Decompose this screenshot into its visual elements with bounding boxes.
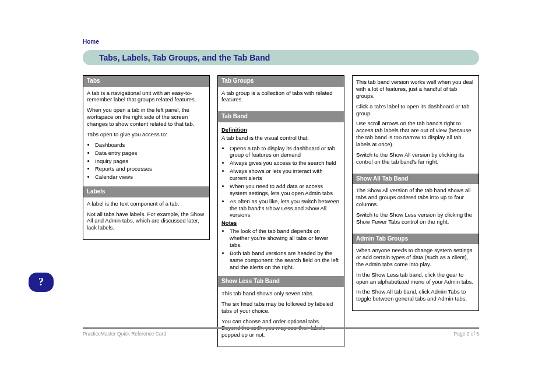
footer-divider <box>83 327 479 329</box>
text: Use scroll arrows on the tab band's righ… <box>356 120 475 148</box>
text: A tab group is a collection of tabs with… <box>221 90 340 104</box>
list-item: As often as you like, lets you switch be… <box>230 198 340 219</box>
text: When you open a tab in the left panel, t… <box>87 107 206 128</box>
text: Not all tabs have labels. For example, t… <box>87 211 206 232</box>
column-1: Tabs A tab is a navigational unit with a… <box>83 75 210 240</box>
text: The six fixed tabs may be followed by la… <box>221 301 340 315</box>
section-body-tab-band: Definition A tab band is the visual cont… <box>218 122 344 277</box>
footer-right: Page 2 of 5 <box>454 331 479 337</box>
list: Dashboards Data entry pages Inquiry page… <box>87 142 206 181</box>
section-head-show-less: Show Less Tab Band <box>218 276 344 287</box>
text: Tabs open to give you access to: <box>87 131 206 138</box>
section-body-show-less: This tab band shows only seven tabs. The… <box>218 287 344 347</box>
list-item: Dashboards <box>95 142 206 149</box>
list-item: Inquiry pages <box>95 158 206 165</box>
breadcrumb: Home <box>83 38 99 45</box>
column-2: Tab Groups A tab group is a collection o… <box>217 75 344 347</box>
section-head-tab-band: Tab Band <box>218 111 344 122</box>
text: This tab band version works well when yo… <box>356 79 475 100</box>
help-badge-icon: ? <box>29 273 54 292</box>
text: Switch to the Show All version by clicki… <box>356 151 475 165</box>
text: A tab is a navigational unit with an eas… <box>87 90 206 104</box>
text: This tab band shows only seven tabs. <box>221 290 340 297</box>
footer: PracticeMaster Quick Reference Card Page… <box>83 331 479 337</box>
column-3: This tab band version works well when yo… <box>352 75 479 311</box>
section-body-tab-groups: A tab group is a collection of tabs with… <box>218 87 344 112</box>
list-item: Data entry pages <box>95 150 206 157</box>
section-head-tabs: Tabs <box>83 76 209 87</box>
text: When anyone needs to change system setti… <box>356 247 475 268</box>
subhead-notes: Notes <box>221 220 340 227</box>
list-item: Both tab band versions are headed by the… <box>230 250 340 271</box>
section-body-show-all: The Show All version of the tab band sho… <box>353 184 478 233</box>
columns: Tabs A tab is a navigational unit with a… <box>83 75 479 347</box>
list-item: Reports and processes <box>95 165 206 172</box>
list-item: Always gives you access to the search fi… <box>230 160 340 167</box>
footer-left: PracticeMaster Quick Reference Card <box>83 331 166 337</box>
section-body-tabs: A tab is a navigational unit with an eas… <box>83 87 209 187</box>
subhead-definition: Definition <box>221 126 340 133</box>
list-item: When you need to add data or access syst… <box>230 183 340 197</box>
section-head-admin: Admin Tab Groups <box>353 234 478 245</box>
section-body-continued: This tab band version works well when yo… <box>353 76 478 174</box>
list: The look of the tab band depends on whet… <box>221 228 340 270</box>
text: The Show All version of the tab band sho… <box>356 187 475 208</box>
section-head-show-all: Show All Tab Band <box>353 174 478 185</box>
list-item: Opens a tab to display its dashboard or … <box>230 145 340 159</box>
text: A tab band is the visual control that: <box>221 135 340 142</box>
section-body-admin: When anyone needs to change system setti… <box>353 244 478 310</box>
text: In the Show All tab band, click Admin Ta… <box>356 288 475 302</box>
list-item: Calendar views <box>95 174 206 181</box>
list: Opens a tab to display its dashboard or … <box>221 145 340 219</box>
section-head-tab-groups: Tab Groups <box>218 76 344 87</box>
text: A label is the text component of a tab. <box>87 200 206 207</box>
page-title: Tabs, Labels, Tab Groups, and the Tab Ba… <box>83 50 479 65</box>
list-item: Always shows or lets you interact with c… <box>230 168 340 182</box>
text: Switch to the Show Less version by click… <box>356 211 475 225</box>
section-head-labels: Labels <box>83 186 209 197</box>
list-item: The look of the tab band depends on whet… <box>230 228 340 249</box>
text: Click a tab's label to open its dashboar… <box>356 103 475 117</box>
text: In the Show Less tab band, click the gea… <box>356 271 475 285</box>
section-body-labels: A label is the text component of a tab. … <box>83 197 209 240</box>
